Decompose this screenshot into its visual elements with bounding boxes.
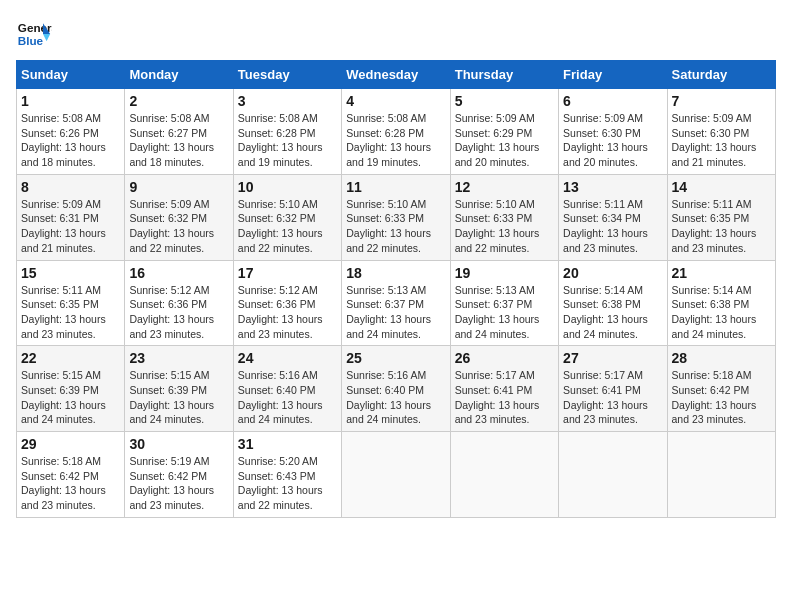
day-number: 26 bbox=[455, 350, 554, 366]
day-number: 9 bbox=[129, 179, 228, 195]
day-number: 20 bbox=[563, 265, 662, 281]
day-info: Sunrise: 5:08 AMSunset: 6:26 PMDaylight:… bbox=[21, 111, 120, 170]
day-number: 2 bbox=[129, 93, 228, 109]
day-number: 11 bbox=[346, 179, 445, 195]
calendar-cell: 27Sunrise: 5:17 AMSunset: 6:41 PMDayligh… bbox=[559, 346, 667, 432]
day-number: 25 bbox=[346, 350, 445, 366]
calendar-header-monday: Monday bbox=[125, 61, 233, 89]
calendar-header-sunday: Sunday bbox=[17, 61, 125, 89]
calendar-cell bbox=[450, 432, 558, 518]
calendar-cell: 18Sunrise: 5:13 AMSunset: 6:37 PMDayligh… bbox=[342, 260, 450, 346]
calendar-cell: 28Sunrise: 5:18 AMSunset: 6:42 PMDayligh… bbox=[667, 346, 775, 432]
calendar-cell: 16Sunrise: 5:12 AMSunset: 6:36 PMDayligh… bbox=[125, 260, 233, 346]
day-info: Sunrise: 5:17 AMSunset: 6:41 PMDaylight:… bbox=[563, 368, 662, 427]
calendar-table: SundayMondayTuesdayWednesdayThursdayFrid… bbox=[16, 60, 776, 518]
calendar-cell: 12Sunrise: 5:10 AMSunset: 6:33 PMDayligh… bbox=[450, 174, 558, 260]
day-info: Sunrise: 5:10 AMSunset: 6:32 PMDaylight:… bbox=[238, 197, 337, 256]
day-info: Sunrise: 5:10 AMSunset: 6:33 PMDaylight:… bbox=[346, 197, 445, 256]
day-info: Sunrise: 5:08 AMSunset: 6:28 PMDaylight:… bbox=[238, 111, 337, 170]
day-number: 24 bbox=[238, 350, 337, 366]
day-number: 13 bbox=[563, 179, 662, 195]
calendar-cell: 17Sunrise: 5:12 AMSunset: 6:36 PMDayligh… bbox=[233, 260, 341, 346]
day-number: 3 bbox=[238, 93, 337, 109]
day-info: Sunrise: 5:14 AMSunset: 6:38 PMDaylight:… bbox=[563, 283, 662, 342]
day-number: 14 bbox=[672, 179, 771, 195]
calendar-cell: 13Sunrise: 5:11 AMSunset: 6:34 PMDayligh… bbox=[559, 174, 667, 260]
svg-marker-3 bbox=[43, 34, 50, 41]
day-number: 6 bbox=[563, 93, 662, 109]
day-number: 29 bbox=[21, 436, 120, 452]
day-number: 19 bbox=[455, 265, 554, 281]
day-number: 21 bbox=[672, 265, 771, 281]
calendar-cell: 9Sunrise: 5:09 AMSunset: 6:32 PMDaylight… bbox=[125, 174, 233, 260]
calendar-cell: 20Sunrise: 5:14 AMSunset: 6:38 PMDayligh… bbox=[559, 260, 667, 346]
day-info: Sunrise: 5:18 AMSunset: 6:42 PMDaylight:… bbox=[672, 368, 771, 427]
day-number: 4 bbox=[346, 93, 445, 109]
calendar-header-saturday: Saturday bbox=[667, 61, 775, 89]
page-header: General Blue bbox=[16, 16, 776, 52]
calendar-cell: 30Sunrise: 5:19 AMSunset: 6:42 PMDayligh… bbox=[125, 432, 233, 518]
calendar-cell: 19Sunrise: 5:13 AMSunset: 6:37 PMDayligh… bbox=[450, 260, 558, 346]
logo: General Blue bbox=[16, 16, 52, 52]
day-info: Sunrise: 5:11 AMSunset: 6:35 PMDaylight:… bbox=[672, 197, 771, 256]
day-info: Sunrise: 5:13 AMSunset: 6:37 PMDaylight:… bbox=[346, 283, 445, 342]
calendar-cell: 15Sunrise: 5:11 AMSunset: 6:35 PMDayligh… bbox=[17, 260, 125, 346]
calendar-week-3: 15Sunrise: 5:11 AMSunset: 6:35 PMDayligh… bbox=[17, 260, 776, 346]
calendar-cell: 24Sunrise: 5:16 AMSunset: 6:40 PMDayligh… bbox=[233, 346, 341, 432]
day-info: Sunrise: 5:16 AMSunset: 6:40 PMDaylight:… bbox=[346, 368, 445, 427]
day-info: Sunrise: 5:11 AMSunset: 6:35 PMDaylight:… bbox=[21, 283, 120, 342]
day-info: Sunrise: 5:12 AMSunset: 6:36 PMDaylight:… bbox=[129, 283, 228, 342]
day-number: 27 bbox=[563, 350, 662, 366]
day-info: Sunrise: 5:09 AMSunset: 6:29 PMDaylight:… bbox=[455, 111, 554, 170]
logo-icon: General Blue bbox=[16, 16, 52, 52]
day-info: Sunrise: 5:11 AMSunset: 6:34 PMDaylight:… bbox=[563, 197, 662, 256]
calendar-cell: 11Sunrise: 5:10 AMSunset: 6:33 PMDayligh… bbox=[342, 174, 450, 260]
svg-text:Blue: Blue bbox=[18, 34, 44, 47]
day-info: Sunrise: 5:16 AMSunset: 6:40 PMDaylight:… bbox=[238, 368, 337, 427]
day-number: 10 bbox=[238, 179, 337, 195]
calendar-week-2: 8Sunrise: 5:09 AMSunset: 6:31 PMDaylight… bbox=[17, 174, 776, 260]
calendar-cell: 29Sunrise: 5:18 AMSunset: 6:42 PMDayligh… bbox=[17, 432, 125, 518]
calendar-cell: 2Sunrise: 5:08 AMSunset: 6:27 PMDaylight… bbox=[125, 89, 233, 175]
calendar-cell: 5Sunrise: 5:09 AMSunset: 6:29 PMDaylight… bbox=[450, 89, 558, 175]
day-number: 16 bbox=[129, 265, 228, 281]
calendar-week-4: 22Sunrise: 5:15 AMSunset: 6:39 PMDayligh… bbox=[17, 346, 776, 432]
day-number: 5 bbox=[455, 93, 554, 109]
day-number: 15 bbox=[21, 265, 120, 281]
day-number: 31 bbox=[238, 436, 337, 452]
calendar-week-1: 1Sunrise: 5:08 AMSunset: 6:26 PMDaylight… bbox=[17, 89, 776, 175]
day-info: Sunrise: 5:13 AMSunset: 6:37 PMDaylight:… bbox=[455, 283, 554, 342]
day-info: Sunrise: 5:12 AMSunset: 6:36 PMDaylight:… bbox=[238, 283, 337, 342]
calendar-cell: 4Sunrise: 5:08 AMSunset: 6:28 PMDaylight… bbox=[342, 89, 450, 175]
day-info: Sunrise: 5:09 AMSunset: 6:32 PMDaylight:… bbox=[129, 197, 228, 256]
calendar-header-tuesday: Tuesday bbox=[233, 61, 341, 89]
day-info: Sunrise: 5:10 AMSunset: 6:33 PMDaylight:… bbox=[455, 197, 554, 256]
calendar-cell: 1Sunrise: 5:08 AMSunset: 6:26 PMDaylight… bbox=[17, 89, 125, 175]
day-number: 30 bbox=[129, 436, 228, 452]
day-info: Sunrise: 5:17 AMSunset: 6:41 PMDaylight:… bbox=[455, 368, 554, 427]
day-number: 18 bbox=[346, 265, 445, 281]
day-info: Sunrise: 5:20 AMSunset: 6:43 PMDaylight:… bbox=[238, 454, 337, 513]
day-info: Sunrise: 5:09 AMSunset: 6:30 PMDaylight:… bbox=[563, 111, 662, 170]
calendar-cell: 14Sunrise: 5:11 AMSunset: 6:35 PMDayligh… bbox=[667, 174, 775, 260]
calendar-cell: 6Sunrise: 5:09 AMSunset: 6:30 PMDaylight… bbox=[559, 89, 667, 175]
day-number: 12 bbox=[455, 179, 554, 195]
day-number: 17 bbox=[238, 265, 337, 281]
calendar-cell: 25Sunrise: 5:16 AMSunset: 6:40 PMDayligh… bbox=[342, 346, 450, 432]
day-info: Sunrise: 5:18 AMSunset: 6:42 PMDaylight:… bbox=[21, 454, 120, 513]
calendar-cell: 23Sunrise: 5:15 AMSunset: 6:39 PMDayligh… bbox=[125, 346, 233, 432]
day-info: Sunrise: 5:15 AMSunset: 6:39 PMDaylight:… bbox=[21, 368, 120, 427]
calendar-cell bbox=[342, 432, 450, 518]
calendar-header-row: SundayMondayTuesdayWednesdayThursdayFrid… bbox=[17, 61, 776, 89]
calendar-week-5: 29Sunrise: 5:18 AMSunset: 6:42 PMDayligh… bbox=[17, 432, 776, 518]
day-info: Sunrise: 5:09 AMSunset: 6:30 PMDaylight:… bbox=[672, 111, 771, 170]
day-info: Sunrise: 5:09 AMSunset: 6:31 PMDaylight:… bbox=[21, 197, 120, 256]
day-info: Sunrise: 5:14 AMSunset: 6:38 PMDaylight:… bbox=[672, 283, 771, 342]
calendar-cell: 8Sunrise: 5:09 AMSunset: 6:31 PMDaylight… bbox=[17, 174, 125, 260]
calendar-cell bbox=[559, 432, 667, 518]
calendar-header-friday: Friday bbox=[559, 61, 667, 89]
day-number: 1 bbox=[21, 93, 120, 109]
day-info: Sunrise: 5:08 AMSunset: 6:28 PMDaylight:… bbox=[346, 111, 445, 170]
calendar-cell: 21Sunrise: 5:14 AMSunset: 6:38 PMDayligh… bbox=[667, 260, 775, 346]
day-number: 23 bbox=[129, 350, 228, 366]
